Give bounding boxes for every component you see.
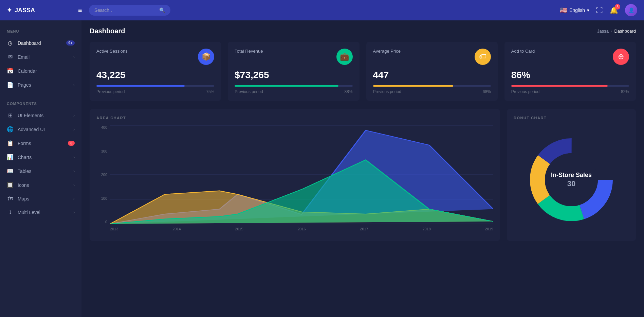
y-axis-label: 0	[96, 220, 107, 224]
x-axis: 2013 2014 2015 2016 2017 2018 2019	[110, 224, 493, 234]
area-chart-card: AREA CHART 400 300 200 100 0	[90, 109, 500, 241]
stat-footer: Previous period 88%	[235, 89, 352, 94]
stat-footer: Previous period 82%	[511, 89, 629, 94]
sidebar-label-calendar: Calendar	[18, 68, 75, 74]
multi-level-icon: ⤵	[7, 209, 14, 215]
hamburger-button[interactable]: ≡	[78, 6, 82, 14]
stat-bar	[373, 85, 453, 87]
fullscreen-button[interactable]: ⛶	[596, 6, 603, 14]
avatar-image: 👤	[625, 4, 637, 16]
stat-period-label: Previous period	[96, 89, 125, 94]
sidebar-label-advanced-ui: Advanced UI	[18, 127, 69, 132]
y-axis: 400 300 200 100 0	[96, 125, 110, 224]
stat-card-header: Average Price 🏷	[373, 49, 491, 65]
stat-period-label: Previous period	[511, 89, 539, 94]
search-input[interactable]	[94, 7, 157, 13]
stat-card-average-price: Average Price 🏷 447 Previous period 68%	[366, 42, 498, 101]
chevron-right-icon: ›	[73, 127, 75, 132]
y-axis-label: 200	[96, 173, 107, 177]
stat-footer: Previous period 68%	[373, 89, 491, 94]
breadcrumb-separator: ›	[611, 29, 612, 34]
sidebar-label-ui-elements: UI Elements	[18, 113, 69, 118]
donut-center-value: 30	[551, 179, 592, 188]
sidebar-label-maps: Maps	[18, 196, 69, 201]
chevron-right-icon: ›	[73, 83, 75, 87]
donut-center-title: In-Store Sales	[551, 171, 592, 179]
stat-bar-bg	[511, 85, 629, 87]
sidebar-item-ui-elements[interactable]: ⊞ UI Elements ›	[0, 108, 81, 122]
sidebar-divider	[0, 94, 81, 94]
x-axis-label: 2019	[485, 227, 493, 231]
components-section-label: COMPONENTS	[0, 96, 81, 108]
stat-card-active-sessions: Active Sessions 📦 43,225 Previous period…	[90, 42, 221, 101]
stat-footer: Previous period 75%	[96, 89, 214, 94]
sidebar-item-icons[interactable]: 🔲 Icons ›	[0, 178, 81, 192]
main-layout: MENU ◷ Dashboard 9+ ✉ Email › 📅 Calendar…	[0, 20, 644, 317]
calendar-icon: 📅	[7, 68, 14, 74]
donut-chart-label: DONUT CHART	[514, 116, 629, 120]
sidebar-label-pages: Pages	[18, 82, 69, 88]
topnav-right: 🇺🇸 English ▾ ⛶ 🔔 3 👤	[560, 4, 637, 16]
maps-icon: 🗺	[7, 196, 14, 202]
menu-section-label: MENU	[0, 24, 81, 36]
stat-card-header: Add to Card ⊕	[511, 49, 629, 65]
sidebar: MENU ◷ Dashboard 9+ ✉ Email › 📅 Calendar…	[0, 20, 81, 317]
x-axis-label: 2017	[360, 227, 368, 231]
sidebar-item-maps[interactable]: 🗺 Maps ›	[0, 192, 81, 206]
logo-icon: ✦	[7, 6, 12, 14]
stat-title: Add to Card	[511, 49, 535, 54]
sidebar-item-calendar[interactable]: 📅 Calendar	[0, 64, 81, 78]
stat-icon-add-to-card: ⊕	[613, 49, 629, 65]
y-axis-label: 100	[96, 196, 107, 200]
search-icon: 🔍	[159, 7, 165, 13]
page-title: Dashboard	[90, 27, 125, 35]
dashboard-icon: ◷	[7, 40, 14, 46]
sidebar-item-multi-level[interactable]: ⤵ Multi Level ›	[0, 206, 81, 219]
breadcrumb: Jassa › Dashboard	[597, 29, 636, 34]
chevron-right-icon: ›	[73, 169, 75, 174]
chevron-right-icon: ›	[73, 183, 75, 188]
sidebar-item-forms[interactable]: 📋 Forms 8	[0, 136, 81, 150]
sidebar-label-forms: Forms	[18, 141, 64, 146]
sidebar-item-email[interactable]: ✉ Email ›	[0, 50, 81, 64]
language-label: English	[569, 7, 585, 13]
sidebar-label-multi-level: Multi Level	[18, 210, 69, 215]
notification-button[interactable]: 🔔 3	[610, 6, 618, 14]
stat-title: Average Price	[373, 49, 401, 54]
chevron-right-icon: ›	[73, 113, 75, 118]
app-name: JASSA	[15, 7, 35, 14]
advanced-ui-icon: 🌐	[7, 126, 14, 133]
sidebar-item-tables[interactable]: 📖 Tables ›	[0, 164, 81, 178]
breadcrumb-home: Jassa	[597, 29, 609, 34]
page-header: Dashboard Jassa › Dashboard	[90, 27, 636, 35]
chart-area	[110, 125, 493, 224]
tables-icon: 📖	[7, 168, 14, 174]
sidebar-item-charts[interactable]: 📊 Charts ›	[0, 150, 81, 164]
app-logo: ✦ JASSA	[7, 6, 68, 14]
sidebar-item-dashboard[interactable]: ◷ Dashboard 9+	[0, 36, 81, 50]
x-axis-label: 2016	[297, 227, 306, 231]
stat-period-label: Previous period	[235, 89, 263, 94]
donut-chart-card: DONUT CHART	[507, 109, 636, 241]
flag-icon: 🇺🇸	[560, 6, 567, 14]
stat-bar-bg	[96, 85, 214, 87]
donut-chart-container: In-Store Sales 30	[514, 125, 629, 234]
chevron-right-icon: ›	[73, 210, 75, 215]
stat-icon-active-sessions: 📦	[198, 49, 214, 65]
sidebar-item-pages[interactable]: 📄 Pages ›	[0, 78, 81, 92]
x-axis-label: 2014	[172, 227, 181, 231]
stat-icon-total-revenue: 💼	[336, 49, 353, 65]
stat-period-value: 82%	[621, 89, 629, 94]
x-axis-label: 2015	[235, 227, 243, 231]
sidebar-label-email: Email	[18, 54, 69, 60]
charts-icon: 📊	[7, 154, 14, 160]
icons-icon: 🔲	[7, 182, 14, 188]
language-selector[interactable]: 🇺🇸 English ▾	[560, 6, 589, 14]
stat-card-total-revenue: Total Revenue 💼 $73,265 Previous period …	[228, 42, 359, 101]
ui-elements-icon: ⊞	[7, 112, 14, 119]
sidebar-item-advanced-ui[interactable]: 🌐 Advanced UI ›	[0, 122, 81, 136]
stat-period-label: Previous period	[373, 89, 401, 94]
stat-value-add-to-card: 86%	[511, 70, 629, 81]
avatar[interactable]: 👤	[625, 4, 637, 16]
donut-center-text: In-Store Sales 30	[551, 171, 592, 188]
